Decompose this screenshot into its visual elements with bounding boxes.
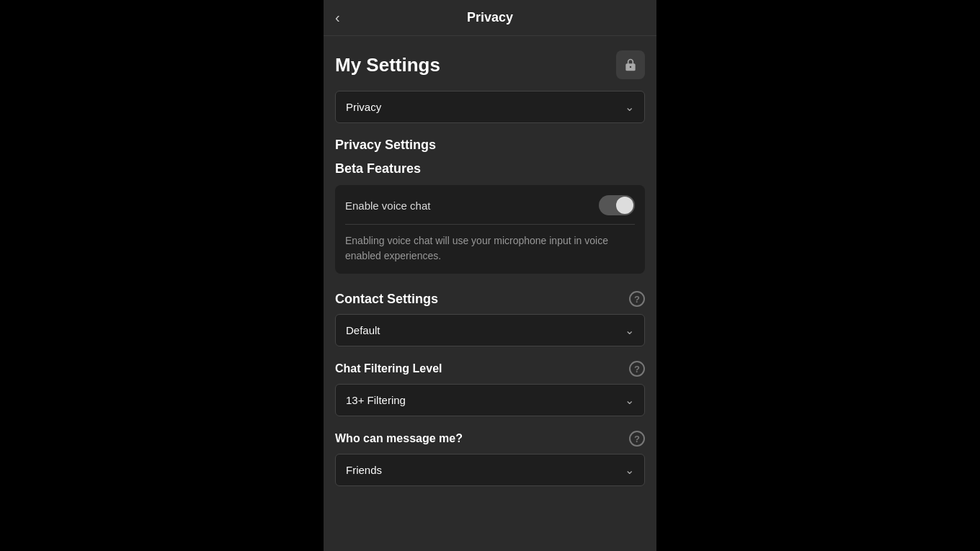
who-can-message-title: Who can message me? [335,432,463,445]
who-can-message-value: Friends [346,464,382,476]
back-button[interactable]: ‹ [335,9,340,26]
chat-filtering-value: 13+ Filtering [346,394,406,406]
contact-settings-help-icon[interactable]: ? [629,291,645,307]
voice-chat-toggle[interactable] [599,195,635,215]
app-panel: ‹ Privacy My Settings Privacy ⌄ Privacy … [324,0,656,551]
category-dropdown-arrow: ⌄ [625,100,634,114]
chat-filtering-header: Chat Filtering Level ? [335,361,645,377]
toggle-knob [616,197,633,214]
contact-settings-dropdown[interactable]: Default ⌄ [335,314,645,346]
nav-bar: ‹ Privacy [324,0,656,36]
lock-icon [623,58,638,72]
chat-filtering-arrow: ⌄ [625,393,634,407]
contact-settings-value: Default [346,324,380,336]
lock-button[interactable] [616,50,645,79]
category-dropdown[interactable]: Privacy ⌄ [335,91,645,123]
contact-settings-section: Contact Settings ? Default ⌄ [335,291,645,346]
who-can-message-arrow: ⌄ [625,463,634,477]
who-can-message-help-icon[interactable]: ? [629,431,645,447]
beta-features-card: Enable voice chat Enabling voice chat wi… [335,185,645,274]
my-settings-header: My Settings [335,50,645,79]
who-can-message-dropdown[interactable]: Friends ⌄ [335,454,645,486]
chat-filtering-title: Chat Filtering Level [335,362,442,375]
toggle-divider [345,224,635,225]
beta-features-title: Beta Features [335,161,645,176]
contact-settings-header: Contact Settings ? [335,291,645,307]
category-dropdown-value: Privacy [346,101,381,113]
voice-chat-row: Enable voice chat [345,195,635,215]
contact-settings-arrow: ⌄ [625,323,634,337]
privacy-settings-title: Privacy Settings [335,138,645,153]
beta-description: Enabling voice chat will use your microp… [345,233,635,264]
voice-chat-label: Enable voice chat [345,200,430,212]
nav-title: Privacy [467,10,513,25]
chat-filtering-section: Chat Filtering Level ? 13+ Filtering ⌄ [335,361,645,416]
chat-filtering-dropdown[interactable]: 13+ Filtering ⌄ [335,384,645,416]
who-can-message-header: Who can message me? ? [335,431,645,447]
my-settings-title: My Settings [335,54,440,76]
who-can-message-section: Who can message me? ? Friends ⌄ [335,431,645,486]
content-area: My Settings Privacy ⌄ Privacy Settings B… [324,36,656,551]
contact-settings-title: Contact Settings [335,292,438,307]
chat-filtering-help-icon[interactable]: ? [629,361,645,377]
